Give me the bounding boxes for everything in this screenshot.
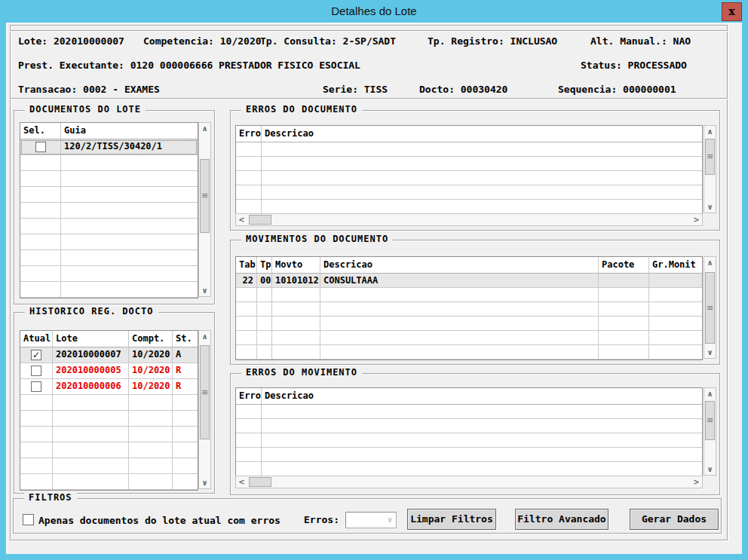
- group-title: ERROS DO MOVIMENTO: [241, 367, 362, 378]
- group-title: FILTROS: [24, 492, 77, 503]
- gerar-dados-button[interactable]: Gerar Dados: [630, 509, 719, 530]
- table-cell: [262, 171, 702, 185]
- table-cell: [236, 185, 262, 199]
- close-button[interactable]: x: [722, 2, 742, 21]
- table-cell: [262, 448, 702, 461]
- table-row-empty[interactable]: [20, 442, 198, 458]
- table-row-empty[interactable]: [20, 234, 198, 250]
- row-checkbox[interactable]: ✓: [31, 350, 41, 360]
- title-bar[interactable]: Detalhes do Lote x: [0, 0, 748, 23]
- table-row-empty[interactable]: [236, 345, 702, 360]
- group-title: DOCUMENTOS DO LOTE: [25, 104, 146, 115]
- table-row-empty[interactable]: [236, 448, 702, 462]
- table-cell: [257, 288, 272, 301]
- scrollbar-thumb[interactable]: [249, 477, 271, 487]
- table-row-empty[interactable]: [20, 171, 198, 187]
- scroll-down-icon[interactable]: ∨: [704, 464, 716, 475]
- table-row-empty[interactable]: [236, 288, 702, 302]
- table-row-empty[interactable]: [236, 433, 702, 448]
- erros-dropdown[interactable]: ∨: [345, 512, 397, 528]
- table-row-empty[interactable]: [236, 317, 702, 331]
- scroll-left-icon[interactable]: <: [236, 476, 247, 488]
- historico-vertical-scrollbar[interactable]: ∧ ≡ ∨: [198, 330, 211, 489]
- table-cell: [236, 345, 257, 359]
- scroll-down-icon[interactable]: ∨: [704, 201, 716, 213]
- table-row[interactable]: 220010101012CONSULTAAA: [236, 274, 702, 288]
- table-row-empty[interactable]: [20, 458, 198, 474]
- window-title: Detalhes do Lote: [0, 5, 748, 17]
- scroll-up-icon[interactable]: ∧: [199, 331, 210, 342]
- table-row-empty[interactable]: [20, 187, 198, 203]
- table-row[interactable]: ✓20201000000710/2020A: [20, 347, 198, 363]
- erros-movimento-vertical-scrollbar[interactable]: ∧ ≡ ∨: [704, 387, 716, 476]
- erros-movimento-horizontal-scrollbar[interactable]: < >: [235, 476, 703, 488]
- column-header: Tp: [257, 257, 272, 273]
- filter-errors-checkbox[interactable]: [23, 514, 34, 525]
- scroll-down-icon[interactable]: ∨: [199, 285, 210, 296]
- table-row-empty[interactable]: [236, 157, 702, 171]
- scrollbar-thumb[interactable]: [249, 215, 271, 225]
- scrollbar-thumb[interactable]: ≡: [705, 139, 715, 175]
- table-cell: [20, 474, 53, 489]
- row-checkbox[interactable]: [31, 381, 41, 392]
- erros-documento-horizontal-scrollbar[interactable]: < >: [235, 213, 703, 226]
- erros-documento-vertical-scrollbar[interactable]: ∧ ≡ ∨: [704, 125, 716, 213]
- table-row-empty[interactable]: [236, 302, 702, 317]
- table-cell: [129, 474, 173, 489]
- scroll-up-icon[interactable]: ∧: [199, 123, 210, 134]
- table-row-empty[interactable]: [236, 185, 702, 200]
- column-header: Gr.Monit: [649, 257, 702, 273]
- table-row-empty[interactable]: [20, 250, 198, 266]
- table-row-empty[interactable]: [236, 462, 702, 476]
- table-row-empty[interactable]: [20, 411, 198, 427]
- table-cell: [320, 331, 599, 344]
- table-row-empty[interactable]: [20, 266, 198, 282]
- scroll-up-icon[interactable]: ∧: [704, 126, 716, 137]
- row-checkbox[interactable]: [35, 142, 46, 152]
- erros-documento-table: ErroDescricao: [235, 125, 703, 215]
- table-row-empty[interactable]: [236, 171, 702, 185]
- scroll-right-icon[interactable]: >: [691, 214, 702, 225]
- scroll-down-icon[interactable]: ∨: [704, 347, 716, 358]
- table-cell: A: [173, 347, 198, 363]
- movimentos-vertical-scrollbar[interactable]: ∧ ≡ ∨: [704, 256, 716, 359]
- table-row-empty[interactable]: [20, 155, 198, 171]
- table-row-empty[interactable]: [20, 395, 198, 411]
- table-cell: R: [173, 379, 198, 394]
- table-cell: 202010000007: [53, 347, 129, 363]
- table-cell: [599, 345, 649, 359]
- scrollbar-thumb[interactable]: ≡: [200, 345, 210, 439]
- table-cell: [53, 395, 129, 410]
- documentos-vertical-scrollbar[interactable]: ∧ ≡ ∨: [198, 122, 211, 297]
- table-row-empty[interactable]: [236, 405, 702, 419]
- table-row-empty[interactable]: [20, 427, 198, 442]
- scroll-down-icon[interactable]: ∨: [199, 477, 210, 488]
- table-cell: [262, 142, 702, 156]
- table-row-empty[interactable]: [20, 474, 198, 490]
- table-row[interactable]: 20201000000510/2020R: [20, 363, 198, 379]
- table-row[interactable]: 120/2/TISS/30420/1: [20, 139, 198, 155]
- table-row-empty[interactable]: [236, 419, 702, 433]
- table-row[interactable]: 20201000000610/2020R: [20, 379, 198, 395]
- table-row-empty[interactable]: [236, 142, 702, 157]
- scroll-up-icon[interactable]: ∧: [704, 388, 716, 399]
- filtro-avancado-button[interactable]: Filtro Avancado: [515, 509, 609, 530]
- scroll-left-icon[interactable]: <: [236, 214, 247, 225]
- table-cell: [129, 411, 173, 426]
- field-serie: Serie: TISS: [323, 84, 388, 95]
- scrollbar-thumb[interactable]: ≡: [200, 159, 210, 233]
- table-cell: [599, 302, 649, 316]
- table-row-empty[interactable]: [20, 219, 198, 234]
- limpar-filtros-button[interactable]: Limpar Filtros: [407, 509, 496, 530]
- table-row-empty[interactable]: [20, 282, 198, 298]
- scroll-up-icon[interactable]: ∧: [704, 257, 716, 268]
- table-cell: [61, 171, 198, 186]
- scrollbar-thumb[interactable]: ≡: [705, 272, 715, 344]
- table-row-empty[interactable]: [236, 331, 702, 345]
- row-checkbox[interactable]: [31, 366, 41, 376]
- scroll-right-icon[interactable]: >: [691, 476, 702, 488]
- scrollbar-thumb[interactable]: ≡: [705, 401, 715, 440]
- table-row-empty[interactable]: [236, 200, 702, 214]
- table-cell: [20, 139, 61, 155]
- table-row-empty[interactable]: [20, 203, 198, 219]
